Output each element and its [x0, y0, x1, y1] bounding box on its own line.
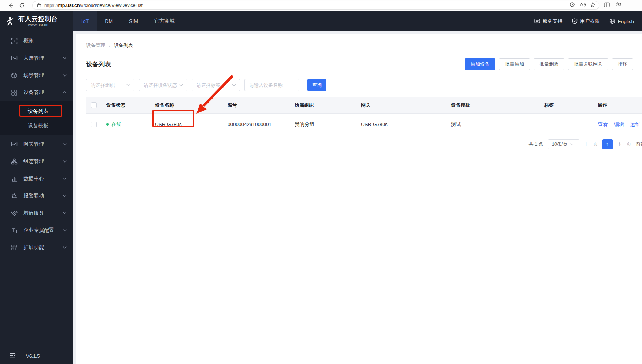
- read-aloud-icon[interactable]: [579, 2, 586, 9]
- header-device-sn: 编号: [228, 102, 295, 108]
- collapse-sidebar-icon[interactable]: [10, 353, 16, 359]
- online-dot-icon: [106, 123, 109, 126]
- batch-delete-button[interactable]: 批量删除: [534, 58, 564, 70]
- select-all-checkbox[interactable]: [91, 102, 97, 108]
- search-button[interactable]: 查询: [307, 79, 326, 91]
- sidebar: 概览 大屏管理 场景管理 设备管理 设备列表 设备模板 网关管理 组态: [0, 31, 73, 364]
- status-badge: 在线: [106, 121, 152, 128]
- page-title: 设备列表: [86, 60, 111, 68]
- globe-icon: [609, 18, 615, 24]
- batch-add-button[interactable]: 批量添加: [499, 58, 530, 70]
- brand-title: 有人云控制台: [18, 15, 58, 22]
- browser-back-icon[interactable]: [5, 1, 16, 10]
- device-name-input[interactable]: 请输入设备名称: [244, 79, 299, 91]
- sidebar-subitem-device-list[interactable]: 设备列表: [0, 104, 73, 119]
- user-permission-link[interactable]: 用户权限: [572, 18, 600, 25]
- overview-icon: [11, 38, 18, 44]
- batch-link-gateway-button[interactable]: 批量关联网关: [568, 58, 608, 70]
- chevron-down-icon: [63, 160, 67, 163]
- sidebar-item-data-center[interactable]: 数据中心: [0, 170, 73, 187]
- screen-icon: [11, 55, 18, 62]
- breadcrumb-parent[interactable]: 设备管理: [86, 42, 105, 49]
- sidebar-item-value-added-services[interactable]: 增值服务: [0, 204, 73, 222]
- chevron-down-icon: [63, 246, 67, 249]
- main-content: 设备管理 › 设备列表 设备列表 添加设备 批量添加 批量删除 批量关联网关 排…: [73, 31, 642, 364]
- sidebar-item-alarm-linkage[interactable]: 报警联动: [0, 187, 73, 204]
- device-table: 设备状态 设备名称 编号 所属组织 网关 设备模板 标签 操作 在线 USR-G…: [86, 97, 642, 135]
- brand[interactable]: 有人云控制台 www.usr.cn: [0, 11, 73, 31]
- tab-iot[interactable]: IoT: [73, 11, 97, 31]
- chevron-down-icon: [126, 84, 130, 86]
- bar-chart-icon: [11, 175, 18, 182]
- tab-sim[interactable]: SIM: [121, 11, 146, 31]
- sort-button[interactable]: 排序: [612, 58, 633, 70]
- sidebar-item-scene-management[interactable]: 场景管理: [0, 67, 73, 84]
- header-actions: 操作: [598, 102, 642, 108]
- alarm-icon: [11, 193, 18, 199]
- chevron-down-icon: [570, 143, 576, 145]
- service-support-link[interactable]: 服务支持: [534, 18, 562, 25]
- org-select[interactable]: 请选择组织: [86, 79, 134, 91]
- chevron-down-icon: [63, 229, 67, 231]
- device-template-cell: 测试: [451, 121, 544, 128]
- header-device-name: 设备名称: [155, 102, 228, 108]
- location-icon[interactable]: [569, 2, 575, 9]
- browser-address-bar[interactable]: https://mp.usr.cn/#/cloud/device/ViewDev…: [32, 1, 599, 10]
- split-screen-icon[interactable]: [604, 2, 610, 9]
- row-checkbox[interactable]: [91, 122, 97, 127]
- tab-official-mall[interactable]: 官方商城: [146, 11, 183, 31]
- chevron-down-icon: [63, 143, 67, 145]
- device-org-cell: 我的分组: [295, 121, 361, 128]
- next-page-button[interactable]: 下一页: [617, 141, 631, 148]
- usr-logo-icon: [4, 16, 15, 27]
- gateway-icon: [11, 141, 18, 148]
- device-icon: [11, 89, 18, 96]
- edit-link[interactable]: 编辑: [614, 121, 624, 128]
- url-text: https://mp.usr.cn/#/cloud/device/ViewDev…: [44, 3, 569, 8]
- sidebar-subitem-device-template[interactable]: 设备模板: [0, 119, 73, 133]
- table-header-row: 设备状态 设备名称 编号 所属组织 网关 设备模板 标签 操作: [86, 97, 642, 114]
- sidebar-item-screen-management[interactable]: 大屏管理: [0, 49, 73, 67]
- chevron-down-icon: [63, 74, 67, 77]
- header-device-status: 设备状态: [103, 102, 155, 108]
- header-tag: 标签: [544, 102, 598, 108]
- favorite-star-icon[interactable]: [590, 2, 595, 9]
- ops-link[interactable]: 运维: [630, 121, 640, 128]
- brand-subtitle: www.usr.cn: [18, 22, 58, 27]
- chevron-down-icon: [179, 84, 183, 86]
- page-size-select[interactable]: 10条/页: [548, 139, 579, 149]
- filter-row: 请选择组织 请选择设备状态 请选择标签 请输入设备名称 查询: [86, 79, 642, 91]
- table-row: 在线 USR-G780s 0000004291000001 我的分组 USR-G…: [86, 114, 642, 135]
- tab-dm[interactable]: DM: [97, 11, 121, 31]
- collections-icon[interactable]: [616, 2, 621, 9]
- add-device-button[interactable]: 添加设备: [465, 58, 495, 70]
- sidebar-item-scada-management[interactable]: 组态管理: [0, 153, 73, 170]
- view-link[interactable]: 查看: [598, 121, 608, 128]
- scene-icon: [11, 72, 18, 79]
- page-number-1[interactable]: 1: [602, 139, 613, 149]
- chevron-down-icon: [63, 177, 67, 180]
- tag-select[interactable]: 请选择标签: [192, 79, 240, 91]
- header-org: 所属组织: [295, 102, 361, 108]
- chevron-down-icon: [63, 212, 67, 214]
- scada-icon: [11, 158, 18, 165]
- language-link[interactable]: English: [609, 18, 634, 24]
- device-status-select[interactable]: 请选择设备状态: [139, 79, 187, 91]
- chevron-up-icon: [63, 91, 67, 94]
- header-gateway: 网关: [361, 102, 451, 108]
- browser-refresh-icon[interactable]: [16, 1, 27, 10]
- sidebar-item-device-management[interactable]: 设备管理: [0, 84, 73, 101]
- breadcrumb-separator-icon: ›: [109, 43, 110, 48]
- chat-icon: [534, 19, 540, 24]
- sidebar-item-overview[interactable]: 概览: [0, 32, 73, 49]
- sidebar-item-extended-functions[interactable]: 扩展功能: [0, 239, 73, 256]
- browser-toolbar: https://mp.usr.cn/#/cloud/device/ViewDev…: [0, 0, 642, 11]
- prev-page-button[interactable]: 上一页: [584, 141, 598, 148]
- device-sn-cell: 0000004291000001: [228, 122, 295, 127]
- sidebar-item-gateway-management[interactable]: 网关管理: [0, 135, 73, 153]
- sidebar-item-enterprise-config[interactable]: 企业专属配置: [0, 222, 73, 239]
- pagination: 共 1 条 10条/页 上一页 1 下一页 前往: [86, 139, 642, 149]
- breadcrumb-current: 设备列表: [114, 42, 133, 49]
- chevron-down-icon: [232, 84, 236, 86]
- shield-icon: [572, 18, 578, 24]
